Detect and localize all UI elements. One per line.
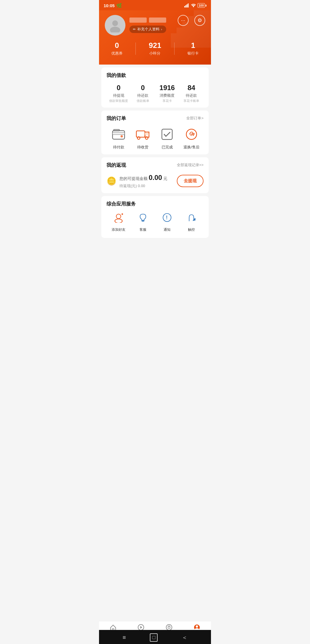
loan-label-main-2: 消费额度 [155,93,179,98]
loan-item-1[interactable]: 0 待还款 借款账单 [131,84,155,103]
stat-points-value: 921 [149,41,161,50]
stat-points[interactable]: 921 小咔分 [149,41,161,56]
avatar-image [108,18,122,32]
cashback-card-header: 我的返现 全部返现记录>> [106,162,204,168]
service-item-0[interactable]: 添加好友 [110,212,127,232]
profile-header: ✏ 补充个人资料 › ··· ⚙ 0 优惠券 [99,10,211,65]
order-icon-wrap-shipping [135,127,150,142]
service-item-1[interactable]: 客服 [134,212,152,232]
order-icon-wrap-payment [111,127,126,142]
truck-icon [136,129,150,140]
svg-point-12 [110,27,120,32]
orders-card-title: 我的订单 [106,115,126,122]
service-label-3: 触控 [188,227,195,232]
services-section: 综合应用服务 添加好友 客服 ! 通知 [101,196,209,238]
service-icon-3 [186,212,197,225]
fill-info-button[interactable]: ✏ 补充个人资料 › [129,26,166,33]
cashback-pending: 待返现(元) 0.00 [119,183,167,189]
order-item-payment[interactable]: 待付款 [106,127,131,150]
chevron-right-icon: › [161,28,162,31]
loan-item-2[interactable]: 1916 消费额度 享花卡 [155,84,179,103]
svg-point-27 [142,220,144,222]
loan-value-0: 0 [106,84,131,92]
avatar[interactable] [105,15,125,36]
loan-item-3[interactable]: 84 待还款 享花卡账单 [179,84,204,103]
username-row [129,18,166,23]
cashback-unit: 元 [163,176,167,181]
orders-card: 我的订单 全部订单> 待付款 [101,110,209,154]
order-label-payment: 待付款 [113,145,124,150]
order-item-refund[interactable]: ¥ 退换/售后 [179,127,204,150]
svg-point-11 [112,20,118,26]
svg-rect-7 [182,22,211,28]
service-label-2: 通知 [164,227,170,232]
svg-rect-3 [188,3,189,7]
order-icons-row: 待付款 待收货 [106,127,204,150]
all-records-link[interactable]: 全部返现记录>> [177,162,204,168]
signal-icon [184,3,189,7]
refund-icon: ¥ [185,128,198,141]
cashback-row: 🪙 您的可提现金额 0.00 元 待返现(元) 0.00 去提现 [106,174,204,189]
stat-divider-1 [135,42,136,55]
svg-rect-9 [171,33,211,39]
svg-rect-14 [113,132,125,135]
service-item-3[interactable]: 触控 [183,212,200,232]
service-icon-2: ! [162,212,172,225]
cashback-card-title: 我的返现 [106,162,126,168]
services-header: 综合应用服务 [106,201,204,207]
svg-text:!: ! [166,215,168,220]
loan-value-3: 84 [179,84,204,92]
services-grid: 添加好友 客服 ! 通知 触控 [106,212,204,232]
cashback-left: 🪙 您的可提现金额 0.00 元 待返现(元) 0.00 [106,174,167,189]
all-orders-link[interactable]: 全部订单> [186,116,204,121]
svg-rect-17 [136,131,145,137]
withdraw-button[interactable]: 去提现 [177,175,204,187]
svg-rect-6 [188,16,211,22]
loan-label-sub-3: 享花卡账单 [179,99,204,103]
service-item-2[interactable]: ! 通知 [158,212,176,232]
service-icon-1 [138,212,148,225]
svg-point-24 [115,219,122,223]
svg-rect-20 [162,129,172,139]
cashback-pending-amount: 0.00 [138,184,145,188]
cashback-text-col: 您的可提现金额 0.00 元 待返现(元) 0.00 [119,174,167,189]
status-app-icon: 🌿 [116,3,122,8]
cashback-amount: 0.00 [149,174,162,182]
orders-card-header: 我的订单 全部订单> [106,115,204,122]
battery-icon: 100 [197,3,206,8]
loan-value-2: 1916 [155,84,179,92]
wifi-icon [191,3,196,7]
svg-rect-5 [194,10,211,16]
stat-points-label: 小咔分 [149,51,161,56]
wallet-icon [112,128,125,140]
loan-card: 我的借款 0 待提现 借款审批额度 0 待还款 借款账单 1916 消费额度 享… [101,67,209,108]
coin-icon: 🪙 [106,176,117,186]
service-label-0: 添加好友 [112,227,125,232]
order-icon-wrap-completed [160,127,175,142]
services-title: 综合应用服务 [106,201,136,207]
loan-label-sub-1: 借款账单 [131,99,155,103]
stat-coupon[interactable]: 0 优惠券 [111,41,123,56]
order-item-shipping[interactable]: 待收货 [131,127,155,150]
order-item-completed[interactable]: 已完成 [155,127,179,150]
bg-decoration [171,10,211,48]
svg-point-23 [116,214,121,219]
loan-label-sub-0: 借款审批额度 [106,99,131,103]
loan-item-0[interactable]: 0 待提现 借款审批额度 [106,84,131,103]
cashback-main-row: 您的可提现金额 0.00 元 [119,174,167,182]
cashback-pending-label: 待返现(元) [119,184,137,188]
fill-info-label: 补充个人资料 [137,27,160,32]
order-icon-wrap-refund: ¥ [184,127,199,142]
svg-point-4 [193,7,194,7]
cashback-card: 我的返现 全部返现记录>> 🪙 您的可提现金额 0.00 元 待返现(元) 0.… [101,157,209,193]
cashback-desc: 您的可提现金额 [119,176,148,181]
service-icon-0 [113,212,124,225]
svg-rect-16 [114,129,119,131]
svg-rect-13 [113,131,125,139]
loan-label-sub-2: 享花卡 [155,99,179,103]
loan-card-header: 我的借款 [106,72,204,79]
svg-point-15 [121,135,123,137]
profile-info: ✏ 补充个人资料 › [129,18,166,33]
loan-label-main-3: 待还款 [179,93,204,98]
svg-rect-10 [171,39,211,48]
